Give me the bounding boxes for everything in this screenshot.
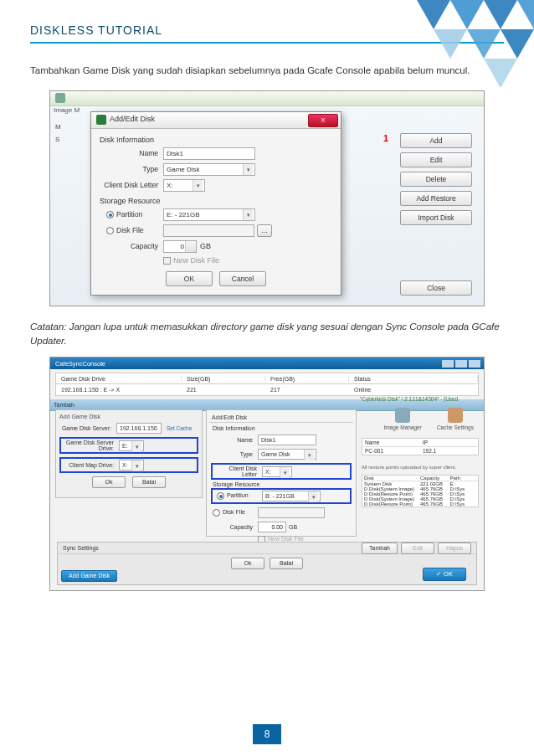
dt-r4-disk: D Disk(Restore Point) <box>362 501 418 507</box>
min-icon[interactable] <box>442 360 454 368</box>
parent-left-labels: M S <box>55 123 89 148</box>
leftpanel-batal-button[interactable]: Batal <box>132 476 166 488</box>
sync-table-header: Game Disk Drive Size(GB) Free(GB) Status <box>55 373 479 384</box>
capacity-value[interactable]: 0 <box>163 240 197 253</box>
mid-type-label: Type <box>209 451 253 457</box>
mid-diskfile-input <box>258 507 325 518</box>
v-ok-button[interactable]: ✓ OK <box>423 568 466 581</box>
max-icon[interactable] <box>455 360 467 368</box>
bottom-batal-button[interactable]: Batal <box>270 558 303 569</box>
dt-th-cap: Capacity <box>418 476 449 481</box>
name-input[interactable]: Disk1 <box>163 147 255 160</box>
newfile-checkbox <box>163 257 171 265</box>
parent-window-bar <box>50 91 484 106</box>
dialog-icon <box>96 115 106 125</box>
td-drive: 192.168.1.150 : E -> X <box>56 387 182 393</box>
mid-client-letter-select[interactable]: X: <box>262 466 292 477</box>
import-disk-button[interactable]: Import Disk <box>400 210 472 225</box>
client-letter-select[interactable]: X: <box>163 179 205 192</box>
diskfile-label: Disk File <box>116 226 144 234</box>
cache-settings-icon <box>448 408 463 423</box>
capacity-label: Capacity <box>100 242 158 250</box>
parent-tab-image: Image M <box>54 106 80 114</box>
mid-type-select[interactable]: Game Disk <box>258 449 316 460</box>
server-label: Game Disk Server: <box>59 425 111 431</box>
dialog-ok-button[interactable]: OK <box>166 271 213 286</box>
close-button[interactable]: Close <box>400 280 472 296</box>
screenshot-cafesync-console: CafeSyncConsole Game Disk Drive Size(GB)… <box>49 357 485 591</box>
svg-marker-3 <box>434 29 467 59</box>
pc-th-name: Name <box>362 439 420 446</box>
svg-marker-6 <box>484 59 517 88</box>
server-input[interactable]: 192.168.1.150 <box>116 423 162 434</box>
add-restore-button[interactable]: Add Restore <box>400 191 472 206</box>
client-letter-label: Client Disk Letter <box>100 181 158 189</box>
dialog-close-button[interactable]: X <box>308 114 338 127</box>
diskfile-browse-button[interactable]: ... <box>257 224 272 237</box>
partition-radio[interactable] <box>106 211 114 219</box>
pc-th-ip: IP <box>420 439 478 446</box>
newfile-label: New Disk File <box>173 256 219 265</box>
page-number: 8 <box>253 724 281 744</box>
mid-capacity-label: Capacity <box>209 524 253 530</box>
svg-marker-7 <box>517 0 534 29</box>
pc-td-name: PC-001 <box>362 447 420 455</box>
bottom-panel: Sync Settings Tambah Edit Hapus Ok Batal… <box>57 542 477 585</box>
mid-partition-radio[interactable] <box>217 492 224 500</box>
sync-table-row[interactable]: 192.168.1.150 : E -> X 221 217 Online <box>55 384 479 396</box>
dt-th-path: Path <box>449 476 479 481</box>
parent-window-icon <box>55 93 65 103</box>
mid-client-letter-label: Client Disk Letter <box>213 465 257 477</box>
set-cache-link[interactable]: Set Cache <box>167 425 192 431</box>
screenshot-add-edit-disk: Image M M S 1 2 Add/Edit Disk X Disk Inf… <box>49 90 485 306</box>
mid-partition-label: Partition <box>227 493 249 499</box>
restore-hint: All restore points uploaded by super cli… <box>362 465 479 470</box>
cache-settings-button[interactable]: Cache Settings <box>437 408 474 430</box>
server-drive-select[interactable]: E: <box>119 440 144 451</box>
mid-diskfile-radio[interactable] <box>213 509 220 517</box>
svg-marker-5 <box>501 29 534 59</box>
close-icon[interactable] <box>469 360 480 368</box>
diskfile-radio[interactable] <box>106 227 114 234</box>
edit-button[interactable]: Edit <box>400 152 472 167</box>
server-drive-label: Game Disk Server Drive: <box>62 440 114 451</box>
mid-partition-select[interactable]: B: - 221GB <box>262 491 321 501</box>
mid-name-input[interactable]: Disk1 <box>258 435 316 445</box>
pc-td-ip: 192.1 <box>420 447 478 455</box>
dialog-cancel-button[interactable]: Cancel <box>219 271 266 286</box>
cache-settings-label: Cache Settings <box>437 424 474 430</box>
mid-add-edit-dialog: Add/Edit Disk Disk Information NameDisk1… <box>206 409 357 537</box>
leftpanel-ok-button[interactable]: Ok <box>92 476 126 488</box>
window-controls <box>442 360 484 368</box>
name-label: Name <box>100 149 158 157</box>
cafesync-titlebar: CafeSyncConsole <box>50 357 484 369</box>
map-drive-label: Client Map Drive: <box>62 462 114 468</box>
map-drive-select[interactable]: X: <box>119 460 144 471</box>
svg-marker-4 <box>467 29 501 59</box>
capacity-unit: GB <box>200 242 211 250</box>
image-manager-button[interactable]: Image Manager <box>383 408 422 430</box>
add-game-disk-button[interactable]: Add Game Disk <box>61 570 117 582</box>
svg-marker-2 <box>484 0 517 29</box>
parent-tab-image-label: Image M <box>54 106 80 114</box>
type-select[interactable]: Game Disk <box>163 163 255 176</box>
capacity-spinner[interactable]: 0 <box>163 240 197 253</box>
svg-marker-1 <box>450 0 484 29</box>
disk-table: DiskCapacityPath System Disk221.02GBE: D… <box>362 475 479 507</box>
cafesync-title-text: CafeSyncConsole <box>55 360 105 368</box>
diskfile-input <box>163 224 254 237</box>
bottom-tambah-button[interactable]: Tambah <box>362 543 398 554</box>
add-button[interactable]: Add <box>400 133 472 148</box>
left-m: M <box>55 123 89 131</box>
left-s: S <box>55 136 89 143</box>
bottom-ok-button[interactable]: Ok <box>231 558 264 569</box>
mid-capacity-input[interactable]: 0.00 <box>258 522 286 532</box>
delete-button[interactable]: Delete <box>400 172 472 187</box>
add-edit-disk-dialog: Add/Edit Disk X Disk Information NameDis… <box>90 111 341 296</box>
storage-group-label: Storage Resource <box>100 197 332 205</box>
image-manager-label: Image Manager <box>383 424 422 430</box>
td-free: 217 <box>265 387 349 393</box>
td-size: 221 <box>182 387 265 393</box>
partition-select[interactable]: E: - 221GB <box>163 208 255 221</box>
mid-name-label: Name <box>209 437 253 443</box>
